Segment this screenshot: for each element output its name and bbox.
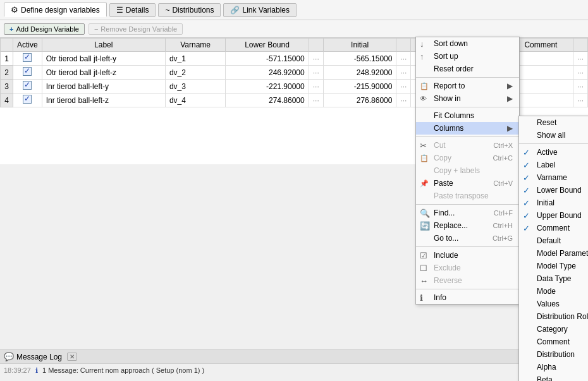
- remove-label: Remove Design Variable: [101, 25, 177, 33]
- paste-icon: 📌: [420, 179, 429, 188]
- menu-col-lower-bound[interactable]: ✓ Lower Bound: [519, 184, 588, 197]
- row-initial[interactable]: -215.90000: [323, 80, 396, 94]
- menu-item-label: Go to...: [434, 234, 458, 243]
- menu-col-initial[interactable]: ✓ Initial: [519, 197, 588, 209]
- menu-paste-transpose: Paste transpose: [416, 190, 519, 202]
- menu-col-varname[interactable]: ✓ Varname: [519, 171, 588, 184]
- menu-item-label: Comment: [537, 224, 570, 233]
- menu-fit-columns[interactable]: Fit Columns: [416, 109, 519, 122]
- tab-link-variables[interactable]: 🔗 Link Variables: [223, 3, 296, 17]
- menu-col-reset[interactable]: Reset: [519, 116, 588, 129]
- row-lower-dots[interactable]: ···: [309, 80, 323, 94]
- row-initial-dots[interactable]: ···: [396, 66, 411, 80]
- menu-copy-labels: Copy + labels: [416, 164, 519, 177]
- row-active[interactable]: [13, 94, 42, 107]
- menu-columns[interactable]: Columns ▶: [416, 122, 519, 135]
- row-lower-dots[interactable]: ···: [309, 52, 323, 66]
- row-label[interactable]: Inr tierod ball-left-z: [42, 94, 165, 107]
- menu-item-label: Mode: [537, 287, 556, 296]
- menu-col-active[interactable]: ✓ Active: [519, 146, 588, 159]
- tab-distributions[interactable]: ~ Distributions: [158, 3, 221, 17]
- menu-item-label: Paste: [434, 179, 453, 188]
- col-initial[interactable]: Initial: [323, 39, 396, 52]
- col-varname[interactable]: Varname: [165, 39, 225, 52]
- menu-col-distribution[interactable]: Distribution: [519, 348, 588, 361]
- row-lower-bound[interactable]: -221.90000: [226, 80, 309, 94]
- menu-col-data-type[interactable]: Data Type: [519, 272, 588, 285]
- shortcut: Ctrl+C: [493, 154, 513, 162]
- separator: [416, 136, 519, 137]
- row-active[interactable]: [13, 66, 42, 80]
- menu-col-show-all[interactable]: Show all: [519, 129, 588, 142]
- remove-design-variable-button[interactable]: − Remove Design Variable: [89, 23, 183, 35]
- menu-paste[interactable]: 📌 Paste Ctrl+V: [416, 177, 519, 190]
- menu-col-mode[interactable]: Mode: [519, 285, 588, 298]
- menu-col-distribution-role[interactable]: Distribution Role: [519, 310, 588, 323]
- row-label[interactable]: Otr tierod ball jt-left-y: [42, 52, 165, 66]
- row-lower-bound[interactable]: -571.15000: [226, 52, 309, 66]
- tab-details[interactable]: ☰ Details: [109, 3, 156, 17]
- row-lower-dots[interactable]: ···: [309, 94, 323, 107]
- row-comment-dots[interactable]: ···: [573, 52, 587, 66]
- separator: [519, 143, 588, 144]
- add-design-variable-button[interactable]: + Add Design Variable: [4, 23, 85, 35]
- row-initial[interactable]: 276.86000: [323, 94, 396, 107]
- row-label[interactable]: Inr tierod ball-left-y: [42, 80, 165, 94]
- row-varname[interactable]: dv_2: [165, 66, 225, 80]
- row-initial-dots[interactable]: ···: [396, 52, 411, 66]
- menu-info[interactable]: ℹ Info: [416, 291, 519, 304]
- row-lower-dots[interactable]: ···: [309, 66, 323, 80]
- col-label[interactable]: Label: [42, 39, 165, 52]
- row-comment-dots[interactable]: ···: [573, 66, 587, 80]
- row-label[interactable]: Otr tierod ball jt-left-z: [42, 66, 165, 80]
- menu-col-values[interactable]: Values: [519, 298, 588, 310]
- menu-show-in[interactable]: 👁 Show in ▶: [416, 92, 519, 105]
- menu-col-beta[interactable]: Beta: [519, 373, 588, 381]
- menu-col-label[interactable]: ✓ Label: [519, 159, 588, 171]
- col-lower-bound[interactable]: Lower Bound: [226, 39, 309, 52]
- menu-col-model-parameter[interactable]: Model Parameter: [519, 247, 588, 260]
- col-active[interactable]: Active: [13, 39, 42, 52]
- close-message-log-button[interactable]: ✕: [67, 353, 77, 361]
- menu-sort-up[interactable]: ↑ Sort up: [416, 50, 519, 63]
- menu-col-comment[interactable]: ✓ Comment: [519, 222, 588, 234]
- menu-col-alpha[interactable]: Alpha: [519, 361, 588, 373]
- row-lower-bound[interactable]: 246.92000: [226, 66, 309, 80]
- row-active[interactable]: [13, 52, 42, 66]
- menu-replace[interactable]: 🔄 Replace... Ctrl+H: [416, 219, 519, 232]
- menu-include[interactable]: ☑ Include: [416, 249, 519, 262]
- row-number: 3: [1, 80, 13, 94]
- menu-col-upper-bound[interactable]: ✓ Upper Bound: [519, 209, 588, 222]
- menu-report-to[interactable]: 📋 Report to ▶: [416, 80, 519, 92]
- arrow-icon: ▶: [507, 124, 513, 133]
- menu-find[interactable]: 🔍 Find... Ctrl+F: [416, 207, 519, 219]
- row-varname[interactable]: dv_3: [165, 80, 225, 94]
- message-log-label: Message Log: [16, 353, 62, 361]
- col-comment-dots: [573, 39, 587, 52]
- menu-item-label: Upper Bound: [537, 211, 582, 220]
- row-initial-dots[interactable]: ···: [396, 94, 411, 107]
- row-active[interactable]: [13, 80, 42, 94]
- row-comment-dots[interactable]: ···: [573, 80, 587, 94]
- check-icon: ✓: [523, 198, 530, 208]
- tab-label: Details: [126, 6, 149, 15]
- menu-goto[interactable]: Go to... Ctrl+G: [416, 232, 519, 245]
- menu-col-default[interactable]: Default: [519, 234, 588, 247]
- shortcut: Ctrl+H: [493, 222, 513, 229]
- row-initial[interactable]: 248.92000: [323, 66, 396, 80]
- row-initial[interactable]: -565.15000: [323, 52, 396, 66]
- reverse-icon: ↔: [420, 276, 428, 286]
- exclude-icon: ☐: [420, 263, 427, 273]
- tab-define-design-variables[interactable]: ⚙ Define design variables: [4, 3, 107, 17]
- row-varname[interactable]: dv_1: [165, 52, 225, 66]
- menu-sort-down[interactable]: ↓ Sort down: [416, 37, 519, 50]
- row-comment-dots[interactable]: ···: [573, 94, 587, 107]
- menu-col-comment2[interactable]: Comment: [519, 336, 588, 348]
- menu-reset-order[interactable]: Reset order: [416, 63, 519, 75]
- shortcut: Ctrl+G: [493, 234, 513, 242]
- menu-col-model-type[interactable]: Model Type: [519, 260, 588, 272]
- menu-col-category[interactable]: Category: [519, 323, 588, 336]
- row-initial-dots[interactable]: ···: [396, 80, 411, 94]
- row-varname[interactable]: dv_4: [165, 94, 225, 107]
- row-lower-bound[interactable]: 274.86000: [226, 94, 309, 107]
